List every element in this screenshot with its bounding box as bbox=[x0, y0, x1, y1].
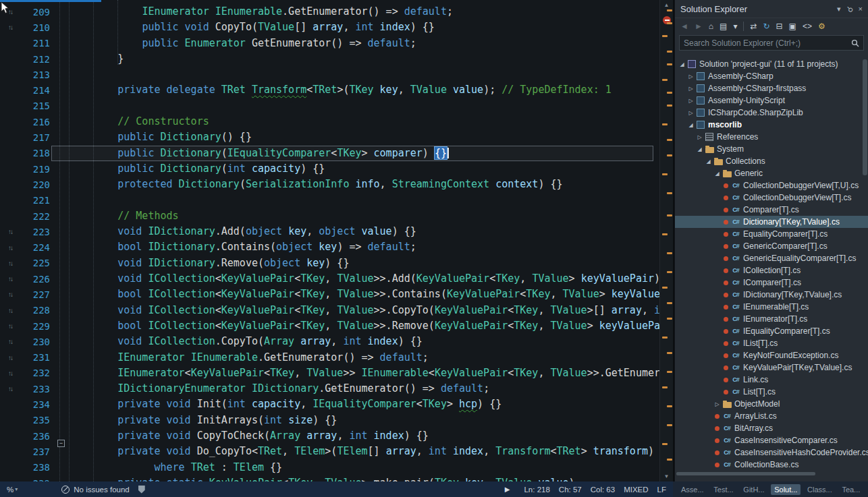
code-line[interactable]: 220 protected Dictionary(SerializationIn… bbox=[0, 177, 673, 192]
code-line[interactable]: ↑↓227 bool ICollection<KeyValuePair<TKey… bbox=[0, 287, 673, 302]
tree-item[interactable]: C#IDictionary[TKey,TValue].cs bbox=[675, 289, 868, 301]
tree-expanded-arrow-icon[interactable]: ◢ bbox=[678, 61, 686, 67]
code-text[interactable]: private void Do_CopyTo<TRet, TElem>(TEle… bbox=[69, 444, 654, 459]
tree-item[interactable]: C#CollectionDebuggerView[T].cs bbox=[675, 192, 868, 204]
line-number[interactable]: 233 bbox=[20, 384, 51, 394]
tree-item[interactable]: C#List[T].cs bbox=[675, 386, 868, 398]
window-position-icon[interactable]: ▾ bbox=[837, 5, 841, 13]
code-text[interactable]: // Constructors bbox=[69, 114, 209, 129]
tree-collapsed-arrow-icon[interactable]: ▷ bbox=[686, 110, 695, 116]
character-indicator[interactable]: Ch: 57 bbox=[559, 486, 582, 494]
line-number[interactable]: 215 bbox=[20, 100, 51, 111]
reference-marker-icon[interactable]: ↑↓ bbox=[0, 291, 20, 298]
code-text[interactable]: IDictionaryEnumerator IDictionary.GetEnu… bbox=[69, 381, 489, 397]
reference-marker-icon[interactable]: ↑↓ bbox=[0, 370, 20, 377]
tree-item[interactable]: C#Comparer[T].cs bbox=[675, 204, 868, 216]
reference-marker-icon[interactable]: ↑↓ bbox=[0, 354, 20, 361]
back-icon[interactable]: ◄ bbox=[680, 22, 688, 31]
line-number[interactable]: 214 bbox=[20, 85, 51, 96]
tree-item[interactable]: C#CollectionBase.cs bbox=[675, 459, 868, 471]
properties-icon[interactable]: ⚙ bbox=[818, 22, 825, 31]
tree-item[interactable]: C#KeyNotFoundException.cs bbox=[675, 349, 868, 361]
code-text[interactable]: public Dictionary(IEqualityComparer<TKey… bbox=[69, 146, 449, 161]
code-line[interactable]: 216 // Constructors bbox=[0, 114, 673, 129]
tree-vertical-scrollbar-thumb[interactable] bbox=[863, 59, 867, 175]
tree-item[interactable]: C#IComparer[T].cs bbox=[675, 276, 868, 289]
line-number[interactable]: 229 bbox=[20, 321, 51, 332]
tree-collapsed-arrow-icon[interactable]: ▷ bbox=[686, 74, 695, 80]
code-line[interactable]: 221 bbox=[0, 193, 673, 208]
tool-window-tab[interactable]: Tea... bbox=[838, 484, 863, 495]
scroll-up-icon[interactable]: ▲ bbox=[660, 2, 673, 8]
tree-item[interactable]: ◢Solution 'project-gui' (11 of 11 projec… bbox=[675, 58, 868, 70]
line-number[interactable]: 213 bbox=[20, 69, 51, 80]
tree-item[interactable]: C#Dictionary[TKey,TValue].cs bbox=[675, 216, 868, 228]
code-text[interactable]: bool ICollection<KeyValuePair<TKey, TVal… bbox=[69, 318, 673, 334]
tree-item[interactable]: C#IEnumerator[T].cs bbox=[675, 313, 868, 325]
switch-views-icon[interactable]: ▤ bbox=[720, 22, 727, 31]
code-line[interactable]: 211 public Enumerator GetEnumerator() =>… bbox=[0, 36, 673, 51]
tree-item[interactable]: ▷ObjectModel bbox=[675, 398, 868, 410]
code-text[interactable]: IEnumerator IEnumerable.GetEnumerator() … bbox=[69, 4, 453, 20]
shield-icon[interactable] bbox=[138, 486, 145, 494]
code-line[interactable]: 213 bbox=[0, 67, 673, 82]
line-number[interactable]: 220 bbox=[20, 179, 51, 190]
tree-horizontal-scrollbar-thumb[interactable] bbox=[676, 472, 815, 475]
line-number[interactable]: 216 bbox=[20, 117, 51, 127]
code-text[interactable]: bool IDictionary.Contains(object key) =>… bbox=[69, 239, 416, 255]
tool-window-tab[interactable]: GitH... bbox=[740, 484, 767, 495]
code-line[interactable]: ↑↓224 bool IDictionary.Contains(object k… bbox=[0, 239, 673, 255]
line-number[interactable]: 236 bbox=[20, 431, 51, 442]
tree-item[interactable]: C#IEnumerable[T].cs bbox=[675, 301, 868, 313]
line-number[interactable]: 237 bbox=[20, 446, 51, 457]
line-indicator[interactable]: Ln: 218 bbox=[524, 486, 549, 494]
reference-marker-icon[interactable]: ↑↓ bbox=[0, 307, 20, 314]
code-line[interactable]: ↑↓209 IEnumerator IEnumerable.GetEnumera… bbox=[0, 4, 673, 20]
show-all-files-icon[interactable]: ▣ bbox=[789, 22, 796, 31]
code-line[interactable]: 236 private void CopyToCheck(Array array… bbox=[0, 428, 673, 444]
line-number[interactable]: 211 bbox=[20, 38, 51, 49]
code-text[interactable]: public Dictionary() {} bbox=[69, 129, 252, 145]
tree-item[interactable]: ▷Assembly-UnityScript bbox=[675, 94, 868, 107]
tree-item[interactable]: C#ArrayList.cs bbox=[675, 410, 868, 422]
reference-marker-icon[interactable]: ↑↓ bbox=[0, 228, 20, 235]
line-number[interactable]: 212 bbox=[20, 54, 51, 65]
code-line[interactable]: ↑↓229 bool ICollection<KeyValuePair<TKey… bbox=[0, 318, 673, 334]
home-icon[interactable]: ⌂ bbox=[709, 22, 713, 31]
code-line[interactable]: ↑↓225 void IDictionary.Remove(object key… bbox=[0, 256, 673, 271]
tree-item[interactable]: C#ICollection[T].cs bbox=[675, 264, 868, 276]
pin-icon[interactable]: ⚲ bbox=[844, 4, 855, 14]
tree-expanded-arrow-icon[interactable]: ◢ bbox=[713, 171, 722, 177]
code-line[interactable]: 219 public Dictionary(int capacity) {} bbox=[0, 161, 673, 177]
tree-expanded-arrow-icon[interactable]: ◢ bbox=[686, 122, 695, 128]
code-text[interactable]: void IDictionary.Add(object key, object … bbox=[69, 224, 416, 239]
tree-collapsed-arrow-icon[interactable]: ▷ bbox=[686, 86, 695, 92]
editor-vertical-scrollbar[interactable]: ▲ ▼ bbox=[659, 0, 673, 481]
line-number[interactable]: 235 bbox=[20, 415, 51, 426]
tree-item[interactable]: ▷ICSharpCode.SharpZipLib bbox=[675, 107, 868, 119]
tree-collapsed-arrow-icon[interactable]: ▷ bbox=[713, 401, 722, 407]
fold-collapse-icon[interactable]: − bbox=[57, 440, 65, 447]
code-line[interactable]: ↑↓223 void IDictionary.Add(object key, o… bbox=[0, 224, 673, 239]
line-number[interactable]: 217 bbox=[20, 132, 51, 143]
line-number[interactable]: 231 bbox=[20, 352, 51, 363]
line-number[interactable]: 221 bbox=[20, 195, 51, 206]
tool-window-tab[interactable]: Asse... bbox=[678, 484, 707, 495]
code-line[interactable]: ↑↓233 IDictionaryEnumerator IDictionary.… bbox=[0, 381, 673, 397]
code-line[interactable]: 234 private void Init(int capacity, IEqu… bbox=[0, 397, 673, 412]
tree-item[interactable]: C#IList[T].cs bbox=[675, 337, 868, 349]
tree-item[interactable]: C#Link.cs bbox=[675, 374, 868, 386]
code-text[interactable]: private void CopyToCheck(Array array, in… bbox=[69, 428, 429, 444]
line-number[interactable]: 230 bbox=[20, 337, 51, 347]
code-line[interactable]: 237− private void Do_CopyTo<TRet, TElem>… bbox=[0, 444, 673, 459]
tree-item[interactable]: C#GenericComparer[T].cs bbox=[675, 240, 868, 252]
tree-item[interactable]: ▷Assembly-CSharp bbox=[675, 70, 868, 82]
code-line[interactable]: ↑↓226 void ICollection<KeyValuePair<TKey… bbox=[0, 271, 673, 287]
tree-item[interactable]: C#CollectionDebuggerView[T,U].cs bbox=[675, 179, 868, 192]
refresh-icon[interactable]: ↻ bbox=[763, 22, 769, 31]
tool-window-tab[interactable]: Solut... bbox=[771, 484, 801, 495]
search-icon[interactable] bbox=[851, 39, 859, 47]
line-number[interactable]: 238 bbox=[20, 462, 51, 473]
code-text[interactable]: IEnumerator<KeyValuePair<TKey, TValue>> … bbox=[69, 366, 673, 381]
forward-icon[interactable]: ► bbox=[695, 22, 703, 31]
